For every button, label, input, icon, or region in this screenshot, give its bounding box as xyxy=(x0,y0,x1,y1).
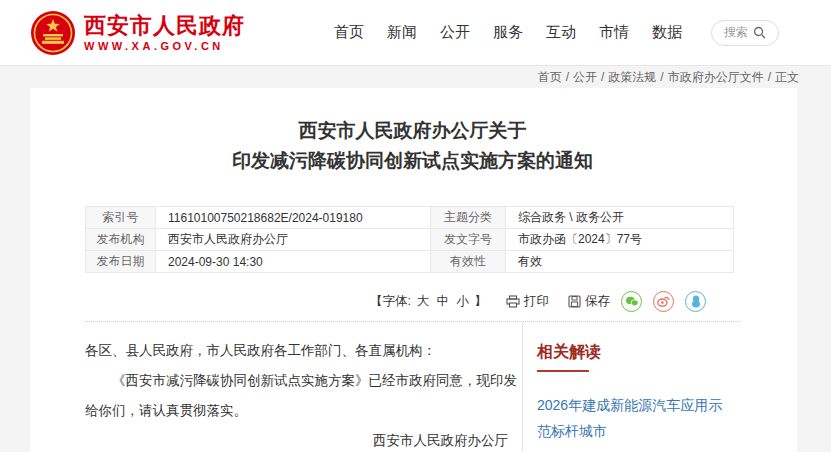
share-wechat-button[interactable] xyxy=(621,291,642,312)
meta-label-index: 索引号 xyxy=(86,207,156,229)
meta-value-publish-date: 2024-09-30 14:30 xyxy=(156,251,431,273)
meta-label-issuer: 发布机构 xyxy=(86,229,156,251)
font-size-small-button[interactable]: 小 xyxy=(457,294,470,308)
search-icon xyxy=(753,26,766,39)
breadcrumb-separator: / xyxy=(601,70,604,84)
page-title-line2: 印发减污降碳协同创新试点实施方案的通知 xyxy=(85,146,740,176)
wechat-icon xyxy=(625,296,639,307)
signature-issuer: 西安市人民政府办公厅 xyxy=(85,426,522,452)
search-button[interactable]: 搜索 xyxy=(711,20,779,46)
qq-penguin-icon xyxy=(691,295,701,308)
search-label: 搜索 xyxy=(724,24,748,41)
font-size-large-button[interactable]: 大 xyxy=(417,294,430,308)
main-nav: 首页 新闻 公开 服务 互动 市情 数据 搜索 xyxy=(334,20,779,46)
save-label: 保存 xyxy=(585,293,610,310)
nav-item-data[interactable]: 数据 xyxy=(652,23,682,42)
page-title: 西安市人民政府办公厅关于 印发减污降碳协同创新试点实施方案的通知 xyxy=(85,116,740,176)
table-row: 索引号 11610100750218682E/2024-019180 主题分类 … xyxy=(86,207,734,229)
nav-item-news[interactable]: 新闻 xyxy=(387,23,417,42)
weibo-icon xyxy=(657,295,670,307)
page-title-line1: 西安市人民政府办公厅关于 xyxy=(85,116,740,146)
floppy-disk-icon xyxy=(568,295,581,308)
breadcrumb-item-openness[interactable]: 公开 xyxy=(573,69,597,86)
share-weibo-button[interactable] xyxy=(653,291,674,312)
font-size-prefix: 【字体: xyxy=(370,294,411,308)
document-card: 西安市人民政府办公厅关于 印发减污降碳协同创新试点实施方案的通知 索引号 116… xyxy=(30,88,797,452)
site-url: WWW.XA.GOV.CN xyxy=(84,40,245,53)
table-row: 发布日期 2024-09-30 14:30 有效性 有效 xyxy=(86,251,734,273)
meta-label-publish-date: 发布日期 xyxy=(86,251,156,273)
nav-item-openness[interactable]: 公开 xyxy=(440,23,470,42)
site-logo[interactable]: 西安市人民政府 WWW.XA.GOV.CN xyxy=(30,10,245,56)
meta-label-category: 主题分类 xyxy=(431,207,506,229)
font-size-suffix: 】 xyxy=(475,294,488,308)
table-row: 发布机构 西安市人民政府办公厅 发文字号 市政办函〔2024〕77号 xyxy=(86,229,734,251)
font-size-medium-button[interactable]: 中 xyxy=(437,294,450,308)
print-button[interactable]: 打印 xyxy=(506,293,549,310)
breadcrumb-item-home[interactable]: 首页 xyxy=(538,69,562,86)
breadcrumb-item-current: 正文 xyxy=(775,69,799,86)
breadcrumb-item-policies[interactable]: 政策法规 xyxy=(608,69,656,86)
article-body: 各区、县人民政府，市人民政府各工作部门、各直属机构： 《西安市减污降碳协同创新试… xyxy=(85,322,522,452)
related-reading-title: 相关解读 xyxy=(537,342,767,363)
meta-value-issuer: 西安市人民政府办公厅 xyxy=(156,229,431,251)
font-size-control: 【字体: 大 中 小 】 xyxy=(370,293,487,310)
related-reading-sidebar: 相关解读 2026年建成新能源汽车应用示范标杆城市 xyxy=(522,322,797,452)
nav-item-city-info[interactable]: 市情 xyxy=(599,23,629,42)
body-paragraph-main: 《西安市减污降碳协同创新试点实施方案》已经市政府同意，现印发给你们，请认真贯彻落… xyxy=(85,366,522,426)
breadcrumb-item-office-docs[interactable]: 市政府办公厅文件 xyxy=(668,69,764,86)
nav-item-interaction[interactable]: 互动 xyxy=(546,23,576,42)
related-reading-link[interactable]: 2026年建成新能源汽车应用示范标杆城市 xyxy=(537,392,727,444)
breadcrumb: 首页 / 公开 / 政策法规 / 市政府办公厅文件 / 正文 xyxy=(0,66,831,88)
breadcrumb-separator: / xyxy=(660,70,663,84)
meta-value-validity: 有效 xyxy=(506,251,734,273)
article-toolbar: 【字体: 大 中 小 】 打印 保存 xyxy=(85,289,740,313)
nav-item-home[interactable]: 首页 xyxy=(334,23,364,42)
site-header: 西安市人民政府 WWW.XA.GOV.CN 首页 新闻 公开 服务 互动 市情 … xyxy=(0,0,831,66)
meta-label-validity: 有效性 xyxy=(431,251,506,273)
body-paragraph-salutation: 各区、县人民政府，市人民政府各工作部门、各直属机构： xyxy=(85,336,522,366)
national-emblem-icon xyxy=(30,10,76,56)
meta-value-doc-number: 市政办函〔2024〕77号 xyxy=(506,229,734,251)
meta-label-doc-number: 发文字号 xyxy=(431,229,506,251)
site-name: 西安市人民政府 xyxy=(84,13,245,38)
related-reading-underline xyxy=(537,370,589,372)
save-button[interactable]: 保存 xyxy=(568,293,610,310)
printer-icon xyxy=(506,295,520,308)
breadcrumb-separator: / xyxy=(768,70,771,84)
print-label: 打印 xyxy=(524,293,549,310)
share-qq-button[interactable] xyxy=(685,291,706,312)
metadata-table: 索引号 11610100750218682E/2024-019180 主题分类 … xyxy=(85,206,734,273)
nav-item-services[interactable]: 服务 xyxy=(493,23,523,42)
breadcrumb-separator: / xyxy=(566,70,569,84)
meta-value-category: 综合政务 \ 政务公开 xyxy=(506,207,734,229)
meta-value-index: 11610100750218682E/2024-019180 xyxy=(156,207,431,229)
